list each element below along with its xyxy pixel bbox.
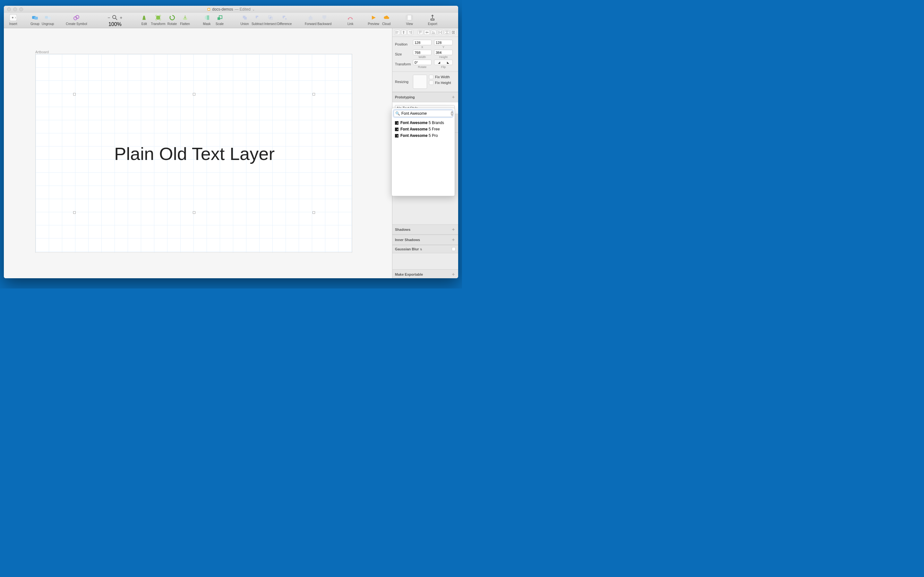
align-right-button[interactable]	[407, 30, 413, 35]
zoom-control[interactable]: − + 100%	[106, 14, 124, 27]
union-icon	[241, 14, 249, 21]
preview-button[interactable]: Preview	[367, 14, 380, 26]
make-exportable-label: Make Exportable	[395, 272, 423, 276]
flip-v-icon[interactable]: ◣	[443, 60, 452, 65]
zoom-window-button[interactable]	[19, 7, 23, 11]
subtract-button[interactable]: Subtract	[252, 14, 264, 26]
inner-shadows-header[interactable]: Inner Shadows＋	[393, 235, 458, 245]
rotate-button[interactable]: Rotate	[166, 14, 178, 26]
toolbar-label: Difference	[277, 22, 292, 26]
distribute-v-button[interactable]	[444, 30, 450, 35]
plus-icon[interactable]: ＋	[451, 227, 456, 232]
minimize-window-button[interactable]	[13, 7, 17, 11]
toolbar: Insert Group Ungroup Create Symbol − +	[4, 13, 458, 28]
font-icon	[395, 121, 399, 125]
align-bottom-button[interactable]	[431, 30, 437, 35]
create-symbol-button[interactable]: Create Symbol	[63, 14, 89, 26]
flip-buttons[interactable]: ◢◣	[434, 60, 453, 65]
clear-search-button[interactable]: ✕	[451, 111, 453, 116]
plus-icon[interactable]: ＋	[451, 237, 456, 243]
svg-rect-27	[406, 15, 408, 20]
toolbar-label: Group	[31, 22, 39, 26]
rotate-input[interactable]	[413, 60, 431, 65]
forward-button[interactable]: Forward	[304, 14, 317, 26]
font-search-input[interactable]	[401, 111, 449, 116]
plus-icon[interactable]: ＋	[451, 271, 456, 277]
flatten-button[interactable]: Flatten	[179, 14, 191, 26]
width-input[interactable]	[413, 50, 431, 55]
selection-handle[interactable]	[193, 93, 195, 95]
artboard[interactable]: Plain Old Text Layer	[35, 54, 352, 253]
align-center-h-button[interactable]	[401, 30, 407, 35]
link-button[interactable]: Link	[344, 14, 357, 26]
zoom-out-button[interactable]: −	[107, 15, 110, 20]
font-result-item[interactable]: Font Awesome 5 Pro	[392, 132, 455, 139]
resizing-constraints-control[interactable]	[413, 75, 427, 89]
toolbar-label: View	[406, 22, 413, 26]
text-layer[interactable]: Plain Old Text Layer	[74, 94, 315, 213]
prototyping-header[interactable]: Prototyping ＋	[393, 92, 458, 102]
svg-rect-28	[411, 15, 413, 20]
height-input[interactable]	[434, 50, 453, 55]
make-exportable-header[interactable]: Make Exportable＋	[393, 269, 458, 278]
fix-height-icon[interactable]	[429, 81, 433, 85]
search-icon: 🔍	[395, 111, 400, 116]
font-result-item[interactable]: Font Awesome 5 Free	[392, 126, 455, 132]
font-result-item[interactable]: Font Awesome 5 Brands	[392, 119, 455, 126]
rotate-caption: Rotate	[418, 65, 427, 69]
close-window-button[interactable]	[7, 7, 11, 11]
document-title[interactable]: docs-demos — Edited ⌄	[207, 7, 255, 11]
align-left-button[interactable]	[394, 30, 400, 35]
artboard-label[interactable]: Artboard	[35, 50, 49, 54]
ungroup-button[interactable]: Ungroup	[42, 14, 54, 26]
toolbar-label: Edit	[142, 22, 147, 26]
document-status: — Edited	[235, 7, 250, 11]
svg-rect-4	[34, 17, 38, 19]
selection-handle[interactable]	[193, 211, 195, 214]
transform-label: Transform	[395, 62, 413, 66]
svg-rect-1	[208, 9, 210, 10]
x-caption: X	[421, 45, 423, 49]
edit-button[interactable]: Edit	[138, 14, 150, 26]
distribute-h-button[interactable]	[437, 30, 443, 35]
plus-icon[interactable]: ＋	[451, 94, 456, 100]
selection-handle[interactable]	[73, 93, 76, 95]
insert-button[interactable]: Insert	[7, 14, 19, 26]
fix-height-label: Fix Height	[435, 81, 451, 85]
fix-width-icon[interactable]	[429, 75, 433, 79]
font-rest: 5 Free	[428, 127, 440, 131]
svg-rect-29	[452, 31, 453, 34]
difference-button[interactable]: Difference	[277, 14, 292, 26]
selection-handle[interactable]	[73, 211, 76, 214]
selection-handle[interactable]	[312, 211, 315, 214]
intersect-button[interactable]: Intersect	[264, 14, 276, 26]
mask-button[interactable]: Mask	[201, 14, 213, 26]
zoom-in-button[interactable]: +	[120, 15, 122, 20]
svg-rect-10	[156, 16, 160, 19]
backward-button[interactable]: Backward	[317, 14, 331, 26]
position-y-input[interactable]	[434, 40, 453, 45]
selection-handle[interactable]	[312, 93, 315, 95]
position-x-input[interactable]	[413, 40, 431, 45]
font-search-field[interactable]: 🔍 ✕	[394, 110, 453, 117]
scale-button[interactable]: Scale	[214, 14, 226, 26]
flip-h-icon[interactable]: ◢	[435, 60, 443, 65]
fix-width-label: Fix Width	[435, 75, 450, 79]
view-icon	[405, 14, 413, 21]
plus-icon	[9, 14, 17, 21]
distribute-spacing-button[interactable]	[451, 30, 456, 35]
stepper-icon[interactable]: ⇅	[420, 248, 422, 251]
align-top-button[interactable]	[418, 30, 423, 35]
canvas[interactable]: Artboard Plain Old Text Layer	[4, 28, 392, 278]
union-button[interactable]: Union	[239, 14, 251, 26]
align-center-v-button[interactable]	[424, 30, 430, 35]
view-button[interactable]: View	[403, 14, 415, 26]
export-button[interactable]: Export	[426, 14, 439, 26]
gaussian-blur-checkbox[interactable]	[452, 247, 456, 251]
gaussian-blur-header[interactable]: Gaussian Blur ⇅	[393, 245, 458, 253]
transform-button[interactable]: Transform	[151, 14, 165, 26]
cloud-button[interactable]: Cloud	[380, 14, 393, 26]
shadows-header[interactable]: Shadows＋	[393, 224, 458, 235]
group-button[interactable]: Group	[29, 14, 41, 26]
svg-point-25	[348, 18, 349, 19]
